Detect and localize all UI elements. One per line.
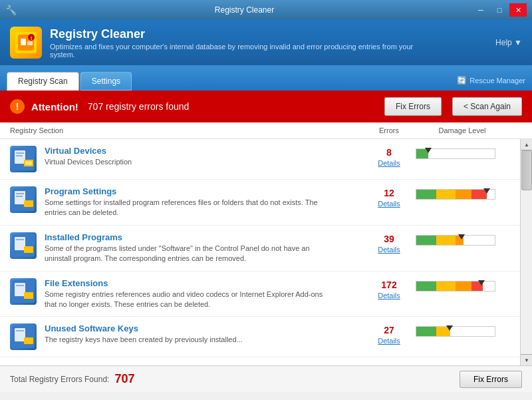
col-header-damage: Damage Level [416,126,522,134]
item-details-link[interactable]: Details [362,200,416,208]
app-icon: 🔧 [5,5,17,15]
damage-bar [416,326,495,337]
app-name: Registry Cleaner [50,27,436,41]
item-desc: Some settings for installed program refe… [45,198,331,218]
footer-count: 707 [114,372,134,386]
svg-rect-20 [24,246,33,253]
close-button[interactable]: ✕ [509,3,527,17]
tab-registry-scan[interactable]: Registry Scan [7,72,79,91]
item-title[interactable]: Program Settings [45,186,362,196]
attention-message: 707 registry errors found [88,101,190,112]
item-error-count: 39 [362,234,416,244]
attention-bar: ! Attention! 707 registry errors found F… [0,91,532,122]
svg-rect-23 [16,285,24,286]
items-list: Virtual Devices Virtual Devices Descript… [0,139,532,365]
list-item: Unused Software Keys The registry keys h… [0,317,532,357]
titlebar: 🔧 Registry Cleaner ─ □ ✕ [0,0,532,20]
titlebar-controls: ─ □ ✕ [472,3,527,17]
item-damage [416,323,522,337]
item-desc: Virtual Devices Description [45,157,331,167]
minimize-button[interactable]: ─ [472,3,489,17]
main-content: ! Attention! 707 registry errors found F… [0,91,532,392]
damage-bar [416,281,495,292]
item-icon [10,323,37,350]
svg-rect-28 [24,337,33,344]
item-damage [416,278,522,292]
item-damage [416,232,522,246]
item-icon [10,186,37,213]
item-error-count: 172 [362,280,416,290]
list-item: Virtual Devices Virtual Devices Descript… [0,139,532,180]
svg-text:!: ! [31,35,33,41]
app-description: Optimizes and fixes your computer's inte… [50,43,436,59]
app-logo: ! [10,27,42,59]
item-details-link[interactable]: Details [362,292,416,300]
footer-label: Total Registry Errors Found: [10,375,109,384]
scrollbar[interactable]: ▲ ▼ [520,139,532,365]
col-header-section: Registry Section [10,126,362,134]
item-error-count: 8 [362,147,416,158]
svg-rect-3 [27,41,33,45]
svg-rect-11 [25,161,32,165]
tab-settings[interactable]: Settings [80,72,132,91]
rescue-manager-link[interactable]: 🔄 Rescue Manager [457,76,525,91]
damage-bar [416,235,495,246]
svg-rect-8 [16,152,24,154]
attention-icon: ! [10,99,25,114]
fix-errors-button-top[interactable]: Fix Errors [384,97,442,116]
damage-bar [416,189,495,200]
item-details-link[interactable]: Details [362,246,416,254]
col-header-errors: Errors [362,126,416,134]
item-icon [10,146,37,172]
scan-again-button[interactable]: < Scan Again [452,97,522,116]
item-details-link[interactable]: Details [362,159,416,167]
damage-bar [416,148,495,159]
item-icon [10,232,37,259]
item-error-count: 27 [362,325,416,335]
maximize-button[interactable]: □ [491,3,508,17]
svg-rect-27 [16,330,24,331]
item-desc: Some of the programs listed under "Softw… [45,244,331,264]
rescue-icon: 🔄 [457,76,467,85]
table-header: Registry Section Errors Damage Level [0,122,532,139]
svg-rect-9 [16,155,23,156]
list-item: Installed Programs Some of the programs … [0,226,532,272]
svg-rect-2 [21,39,26,45]
help-button[interactable]: Help ▼ [495,38,522,47]
svg-rect-16 [24,200,33,207]
item-title[interactable]: Virtual Devices [45,146,362,156]
app-header: ! Registry Cleaner Optimizes and fixes y… [0,20,532,65]
svg-rect-14 [16,193,24,194]
item-title[interactable]: Installed Programs [45,232,362,242]
item-desc: Some registry entries references audio a… [45,290,331,310]
item-damage [416,186,522,200]
fix-errors-button-bottom[interactable]: Fix Errors [460,371,522,388]
item-desc: The registry keys have been created by p… [45,335,331,345]
svg-rect-15 [16,196,23,197]
scroll-down-button[interactable]: ▼ [521,354,532,365]
item-error-count: 12 [362,188,416,198]
item-title[interactable]: Unused Software Keys [45,323,362,333]
item-damage [416,146,522,159]
attention-label: Attention! [31,101,78,112]
item-title[interactable]: File Extensions [45,278,362,288]
item-details-link[interactable]: Details [362,337,416,345]
svg-rect-19 [16,239,24,240]
scroll-thumb[interactable] [521,150,532,190]
tab-bar: Registry Scan Settings 🔄 Rescue Manager [0,65,532,91]
scroll-up-button[interactable]: ▲ [521,139,532,150]
footer: Total Registry Errors Found: 707 Fix Err… [0,365,532,392]
item-icon [10,278,37,305]
list-item: File Extensions Some registry entries re… [0,272,532,317]
titlebar-title: Registry Cleaner [17,5,472,15]
svg-rect-24 [24,292,33,299]
list-item: Program Settings Some settings for insta… [0,180,532,226]
